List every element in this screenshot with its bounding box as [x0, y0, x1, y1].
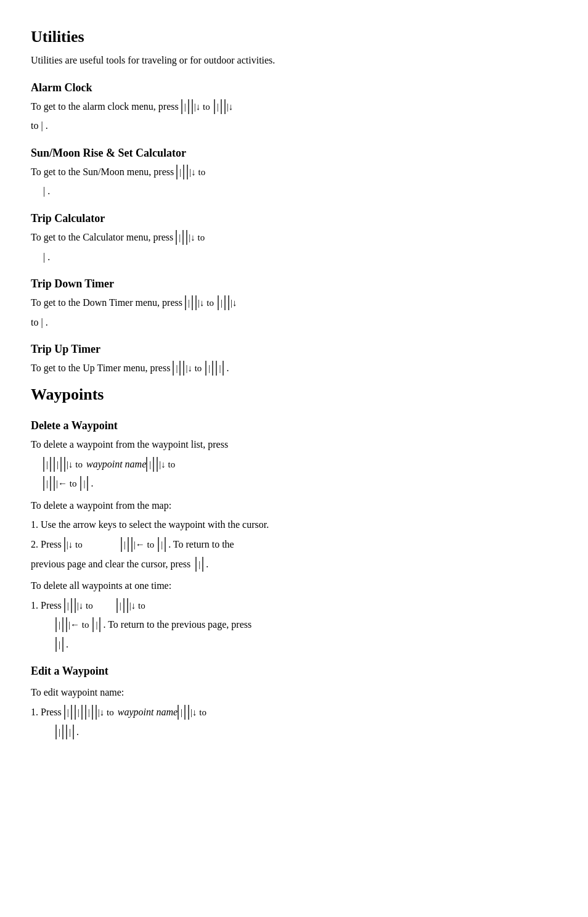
section-alarm-clock: Alarm Clock To get to the alarm clock me… [31, 80, 557, 134]
pipe-en4: | [178, 705, 186, 720]
pipe-dw2: | [54, 457, 62, 472]
pipe-da2: | [116, 598, 125, 613]
section-sunmoon: Sun/Moon Rise & Set Calculator To get to… [31, 145, 557, 199]
down-arrow-key-sm1: |↓ to [187, 165, 206, 179]
trip-up-heading: Trip Up Timer [31, 341, 557, 358]
pipe-en6: | [66, 725, 74, 739]
delete-all-step1b: | |← to | . To return to the previous pa… [55, 617, 557, 633]
pipe-en2: | [75, 705, 83, 720]
down-key-da1: |↓ to [75, 598, 94, 613]
delete-map-step2: 2. Press |↓ to | |← to | . To return to … [31, 537, 557, 553]
page-title: Utilities [31, 25, 557, 49]
pipe-da5: | [55, 637, 63, 652]
delete-map-step1: 1. Use the arrow keys to select the wayp… [31, 517, 557, 533]
trip-calc-heading: Trip Calculator [31, 210, 557, 227]
edit-name-step1b: | | . [55, 724, 557, 740]
pipe-key-1: | [181, 99, 189, 114]
pipe-en3: | [85, 705, 93, 720]
pipe-map3: | [195, 557, 203, 572]
pipe-dw3: | [146, 457, 154, 472]
section-trip-down: Trip Down Timer To get to the Down Timer… [31, 276, 557, 330]
pipe-map1: | [121, 537, 129, 552]
subsection-edit-waypoint: Edit a Waypoint To edit waypoint name: 1… [31, 663, 557, 739]
down-key-en1: |↓ to [96, 705, 115, 720]
pipe-key-tu1: | [173, 361, 181, 376]
delete-waypoint-list-keys: | | |↓ to waypoint name| |↓ to [43, 456, 557, 472]
down-arrow-key-td1: |↓ to [195, 295, 215, 310]
delete-all-step1c: | . [55, 636, 557, 652]
section-trip-calc: Trip Calculator To get to the Calculator… [31, 210, 557, 265]
subsection-delete-waypoint: Delete a Waypoint To delete a waypoint f… [31, 417, 557, 652]
down-key-dw2: |↓ to [157, 457, 176, 472]
pipe-key-td2: | [218, 295, 226, 310]
trip-down-heading: Trip Down Timer [31, 276, 557, 292]
pipe-map2: | [158, 537, 166, 552]
down-key-map1: |↓ to [64, 537, 84, 552]
pipe-da4: | [92, 617, 100, 632]
trip-down-desc2: to | . [31, 315, 557, 331]
down-arrow-key-2: |↓ [224, 99, 235, 114]
pipe-key-tu2: | [205, 361, 213, 376]
pipe-sm2: | [43, 186, 45, 196]
pipe-en1: | [64, 705, 72, 720]
waypoint-name-label: waypoint name [86, 459, 146, 469]
trip-down-desc: To get to the Down Timer menu, press | |… [31, 295, 557, 311]
pipe-key-sm1: | [176, 165, 184, 179]
section-waypoints: Waypoints Delete a Waypoint To delete a … [31, 382, 557, 739]
pipe-dw1: | [43, 457, 51, 472]
delete-all-heading: To delete all waypoints at one time: [31, 578, 557, 594]
page-container: Utilities Utilities are useful tools for… [31, 25, 557, 739]
delete-waypoint-list-keys2: | |← to | . [43, 475, 557, 491]
sunmoon-heading: Sun/Moon Rise & Set Calculator [31, 145, 557, 162]
left-key-da2: |← to [66, 617, 90, 632]
left-key-dw1: |← to [54, 476, 78, 491]
down-arrow-key-tc1: |↓ to [186, 230, 206, 245]
page-subtitle: Utilities are useful tools for traveling… [31, 52, 557, 68]
waypoint-name-label2: waypoint name [118, 707, 178, 717]
down-key-en2: |↓ to [188, 705, 208, 720]
sunmoon-desc: To get to the Sun/Moon menu, press | |↓ … [31, 164, 557, 180]
edit-name-step1: 1. Press | | | |↓ to waypoint name| |↓ t… [31, 704, 557, 720]
pipe-da1: | [64, 598, 72, 613]
pipe-da3: | [55, 617, 63, 632]
section-trip-up: Trip Up Timer To get to the Up Timer men… [31, 341, 557, 376]
delete-waypoint-list-desc: To delete a waypoint from the waypoint l… [31, 437, 557, 453]
pipe-tc2: | [43, 252, 45, 262]
alarm-clock-desc: To get to the alarm clock menu, press | … [31, 99, 557, 115]
pipe-key-tc1: | [176, 230, 184, 245]
edit-name-heading: To edit waypoint name: [31, 685, 557, 701]
trip-calc-desc2: | . [31, 249, 557, 265]
delete-waypoint-heading: Delete a Waypoint [31, 417, 557, 434]
pipe-dw4: | [43, 476, 51, 491]
down-key-da2: |↓ to [127, 598, 147, 613]
down-arrow-key-td2: |↓ [228, 295, 239, 310]
waypoints-heading: Waypoints [31, 382, 557, 406]
sunmoon-desc2: | . [31, 183, 557, 199]
delete-map-heading: To delete a waypoint from the map: [31, 498, 557, 514]
pipe-dw5: | [80, 476, 88, 491]
pipe-en5: | [55, 725, 63, 739]
edit-waypoint-heading: Edit a Waypoint [31, 663, 557, 680]
trip-calc-desc: To get to the Calculator menu, press | |… [31, 229, 557, 245]
delete-map-step2b: previous page and clear the cursor, pres… [31, 556, 557, 572]
pipe-td3: | [41, 317, 43, 327]
alarm-clock-desc2: to | . [31, 118, 557, 134]
down-arrow-key-tu1: |↓ to [183, 361, 203, 376]
alarm-clock-heading: Alarm Clock [31, 80, 557, 96]
pipe-3: | [41, 120, 43, 131]
trip-up-desc: To get to the Up Timer menu, press | |↓ … [31, 360, 557, 376]
left-key-map1: |← to [131, 537, 155, 552]
down-arrow-key-1: |↓ to [192, 99, 211, 114]
pipe-key-tu3: | [216, 361, 224, 376]
delete-all-step1-label: 1. Press | |↓ to | |↓ to [31, 598, 557, 614]
pipe-key-2: | [214, 99, 222, 114]
down-key-dw1: |↓ to [64, 457, 84, 472]
pipe-key-td1: | [185, 295, 193, 310]
